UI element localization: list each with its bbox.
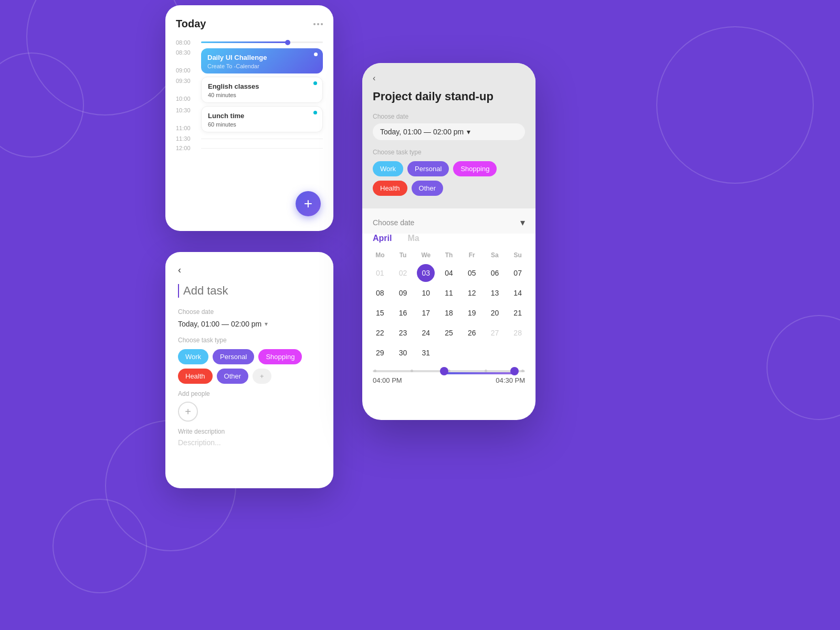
cal-cell[interactable]: 24	[417, 324, 435, 342]
cal-cell[interactable]: 26	[463, 324, 481, 342]
event-dot-icon	[314, 52, 318, 56]
event-lunch[interactable]: Lunch time 60 minutes	[201, 106, 323, 132]
cal-cell[interactable]: 20	[486, 304, 503, 322]
cal-cell[interactable]: 22	[371, 324, 389, 342]
today-header: Today	[176, 18, 323, 30]
time-label: 12:00	[176, 144, 196, 151]
standup-tag-other[interactable]: Other	[412, 181, 444, 196]
slider-track	[373, 370, 525, 372]
cal-cell[interactable]: 23	[394, 324, 412, 342]
standup-tag-personal[interactable]: Personal	[407, 161, 449, 176]
cal-cell[interactable]: 12	[463, 284, 481, 302]
task-type-tags-row2: Health Other +	[178, 369, 321, 384]
cal-cell[interactable]: 18	[440, 304, 458, 322]
cal-cell[interactable]: 04	[440, 264, 458, 282]
cal-chevron-icon[interactable]: ▾	[520, 217, 525, 228]
slider-thumb-end[interactable]	[510, 367, 519, 375]
event-subtitle: 60 minutes	[208, 121, 316, 128]
cal-months-row: April Ma	[362, 234, 536, 243]
cal-cell[interactable]: 11	[440, 284, 458, 302]
cal-cell[interactable]: 02	[394, 264, 412, 282]
time-label: 09:00	[176, 66, 191, 74]
add-event-fab[interactable]: +	[296, 191, 321, 216]
cal-cell[interactable]: 08	[371, 284, 389, 302]
cal-cell[interactable]: 28	[509, 324, 527, 342]
tag-shopping[interactable]: Shopping	[258, 349, 302, 364]
event-daily-ui[interactable]: Daily UI Challenge Create To -Calendar	[201, 48, 323, 74]
cal-cell[interactable]: 09	[394, 284, 412, 302]
add-people-label: Add people	[178, 390, 321, 397]
choose-date-label: Choose date	[178, 308, 321, 316]
cal-days-header: Mo Tu We Th Fr Sa Su	[362, 249, 536, 261]
standup-tag-shopping[interactable]: Shopping	[453, 161, 497, 176]
cal-cell[interactable]: 27	[486, 324, 503, 342]
standup-date-value: Today, 01:00 — 02:00 pm	[380, 128, 464, 136]
event-subtitle: 40 minutes	[208, 92, 316, 98]
time-row-1200: 12:00	[176, 144, 323, 151]
slider-thumb-start[interactable]	[440, 367, 448, 375]
cal-cell[interactable]: 05	[463, 264, 481, 282]
cal-cell[interactable]: 16	[394, 304, 412, 322]
tag-more[interactable]: +	[253, 369, 271, 384]
cal-cell[interactable]: 21	[509, 304, 527, 322]
back-button[interactable]: ‹	[178, 265, 321, 276]
tag-personal[interactable]: Personal	[213, 349, 254, 364]
cal-cell[interactable]: 01	[371, 264, 389, 282]
cal-cell[interactable]: 06	[486, 264, 503, 282]
cal-month-may[interactable]: Ma	[407, 234, 419, 243]
event-dot-icon	[313, 81, 317, 85]
cal-day-su: Su	[506, 249, 529, 261]
standup-tag-health[interactable]: Health	[373, 181, 407, 196]
standup-chevron-icon: ▾	[467, 128, 470, 136]
tag-health[interactable]: Health	[178, 369, 213, 384]
time-row-1030: 10:30 11:00 Lunch time 60 minutes	[176, 106, 323, 132]
date-selector[interactable]: Today, 01:00 — 02:00 pm ▾	[178, 320, 321, 328]
card-today: Today 08:00 08:30 09:00 Daily UI Challen…	[165, 5, 333, 231]
time-end-label: 04:30 PM	[496, 376, 525, 384]
cal-cell[interactable]: 17	[417, 304, 435, 322]
event-title: English classes	[208, 82, 259, 90]
cal-cell	[486, 344, 503, 362]
plus-icon: +	[185, 406, 191, 418]
standup-tag-work[interactable]: Work	[373, 161, 403, 176]
time-row-0830: 08:30 09:00 Daily UI Challenge Create To…	[176, 48, 323, 74]
time-label: 08:00	[176, 38, 196, 46]
event-english[interactable]: English classes 40 minutes	[201, 77, 323, 103]
time-row-0800: 08:00	[176, 38, 323, 46]
cal-cell[interactable]: 14	[509, 284, 527, 302]
menu-dots-icon[interactable]	[313, 23, 323, 25]
cal-cell[interactable]: 19	[463, 304, 481, 322]
cal-day-tu: Tu	[392, 249, 415, 261]
standup-date-selector[interactable]: Today, 01:00 — 02:00 pm ▾	[373, 123, 525, 140]
standup-section: ‹ Project daily stand-up Choose date Tod…	[362, 63, 536, 208]
standup-back-button[interactable]: ‹	[373, 74, 525, 83]
event-dot-icon	[313, 111, 317, 114]
task-type-label: Choose task type	[178, 337, 321, 344]
time-label: 11:00	[176, 124, 196, 131]
cal-month-april[interactable]: April	[373, 234, 392, 243]
time-labels: 04:00 PM 04:30 PM	[373, 376, 525, 384]
cal-cell[interactable]: 07	[509, 264, 527, 282]
tag-other[interactable]: Other	[217, 369, 249, 384]
add-task-input[interactable]	[178, 284, 321, 298]
cal-cell[interactable]: 25	[440, 324, 458, 342]
calendar-section: Choose date ▾ April Ma Mo Tu We Th Fr Sa…	[362, 208, 536, 390]
cal-cell[interactable]: 30	[394, 344, 412, 362]
cal-cell	[463, 344, 481, 362]
cal-cell[interactable]: 31	[417, 344, 435, 362]
task-type-tags: Work Personal Shopping	[178, 349, 321, 364]
cal-cell	[440, 344, 458, 362]
add-people-button[interactable]: +	[178, 402, 198, 422]
time-label: 11:30	[176, 134, 196, 142]
cal-day-fr: Fr	[460, 249, 484, 261]
cal-choose-date-label: Choose date	[373, 218, 414, 227]
cal-cell[interactable]: 29	[371, 344, 389, 362]
cal-cell[interactable]: 13	[486, 284, 503, 302]
cal-cell[interactable]: 10	[417, 284, 435, 302]
tag-work[interactable]: Work	[178, 349, 208, 364]
cal-cell-selected[interactable]: 03	[417, 264, 435, 282]
standup-choose-date-label: Choose date	[373, 113, 525, 120]
cal-cell[interactable]: 15	[371, 304, 389, 322]
time-label: 09:30	[176, 77, 196, 84]
standup-tags-row2: Health Other	[373, 181, 525, 196]
